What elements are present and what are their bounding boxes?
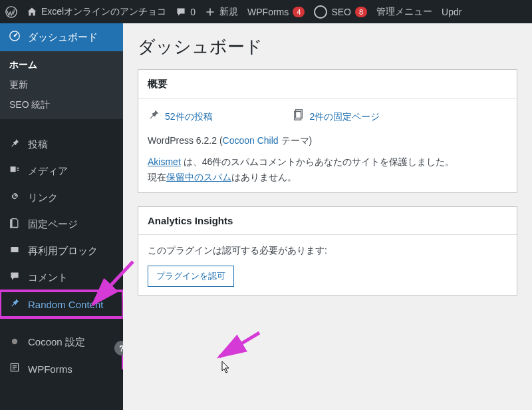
- version-line: WordPress 6.2.2 (Cocoon Child テーマ): [148, 133, 507, 148]
- analytics-box: Analytics Insights このプラグインは認可する必要があります: …: [138, 206, 517, 296]
- admin-sidebar: ダッシュボード ホーム 更新 SEO 統計 投稿 メディア リンク 固定ページ …: [0, 23, 123, 410]
- submenu-update[interactable]: 更新: [0, 75, 123, 95]
- media-icon: [8, 164, 21, 178]
- comments-label: コメント: [28, 272, 68, 284]
- circle-icon: [8, 337, 21, 349]
- pin-icon: [8, 138, 21, 151]
- pages-label: 固定ページ: [28, 218, 78, 231]
- sidebar-item-random-content[interactable]: Random Content: [0, 291, 123, 317]
- pages-icon: [293, 107, 305, 126]
- sidebar-item-comments[interactable]: コメント: [0, 264, 123, 291]
- seo-circle-icon: [314, 5, 327, 19]
- comments-count: 0: [190, 7, 196, 17]
- wordpress-icon: [5, 6, 17, 18]
- site-name-link[interactable]: Excelオンラインのアンチョコ: [27, 6, 166, 18]
- updr-label: Updr: [442, 7, 462, 17]
- svg-point-4: [12, 338, 17, 343]
- submenu-home[interactable]: ホーム: [0, 55, 123, 75]
- analytics-heading: Analytics Insights: [138, 207, 517, 235]
- authorize-plugin-button[interactable]: プラグインを認可: [148, 266, 234, 287]
- sidebar-item-cocoon[interactable]: Cocoon 設定: [0, 329, 123, 355]
- pin-icon: [8, 298, 21, 311]
- posts-stat-link[interactable]: 52件の投稿: [148, 107, 213, 126]
- theme-link[interactable]: Cocoon Child: [223, 135, 279, 146]
- links-label: リンク: [28, 192, 58, 204]
- admin-bar: Excelオンラインのアンチョコ 0 新規 WPForms 4 SEO 8 管理…: [0, 0, 532, 23]
- updr-link[interactable]: Updr: [442, 7, 462, 17]
- comments-icon: [8, 271, 21, 284]
- block-icon: [8, 244, 21, 258]
- posts-stat-text: 52件の投稿: [165, 109, 213, 124]
- sidebar-item-reusable[interactable]: 再利用ブロック: [0, 238, 123, 264]
- page-title: ダッシュボード: [138, 35, 517, 59]
- link-icon: [8, 191, 21, 204]
- admin-menu-link[interactable]: 管理メニュー: [376, 6, 432, 18]
- new-content-link[interactable]: 新規: [205, 6, 238, 18]
- seo-badge: 8: [355, 7, 367, 17]
- pending-spam-link[interactable]: 保留中のスパム: [166, 172, 231, 182]
- comments-link[interactable]: 0: [176, 7, 196, 17]
- seo-link[interactable]: SEO 8: [314, 5, 367, 19]
- svg-point-2: [14, 35, 16, 37]
- seo-label: SEO: [331, 7, 351, 17]
- form-icon: [8, 362, 21, 375]
- random-content-label: Random Content: [28, 299, 103, 310]
- posts-label: 投稿: [28, 138, 48, 151]
- main-content: ダッシュボード 概要 52件の投稿 2件の固定ページ WordP: [123, 23, 532, 410]
- overview-heading: 概要: [138, 70, 517, 99]
- pages-stat-text: 2件の固定ページ: [310, 109, 380, 124]
- dashboard-icon: [8, 30, 21, 45]
- pin-icon: [148, 107, 160, 126]
- pages-icon: [8, 218, 21, 231]
- akismet-link[interactable]: Akismet: [148, 156, 181, 167]
- wp-logo[interactable]: [5, 6, 17, 18]
- plus-icon: [205, 7, 215, 17]
- svg-rect-3: [11, 247, 18, 252]
- sidebar-item-wpforms[interactable]: WPForms: [0, 355, 123, 382]
- dashboard-label: ダッシュボード: [28, 31, 98, 44]
- dashboard-submenu: ホーム 更新 SEO 統計: [0, 51, 123, 119]
- wpforms-label: WPForms: [247, 7, 289, 17]
- reusable-label: 再利用ブロック: [28, 245, 98, 258]
- sidebar-item-posts[interactable]: 投稿: [0, 131, 123, 158]
- sidebar-item-dashboard[interactable]: ダッシュボード: [0, 23, 123, 51]
- akismet-line: Akismet は、46件のスパムコメントからあなたのサイトを保護しました。 現…: [148, 154, 507, 184]
- analytics-text: このプラグインは認可する必要があります:: [148, 243, 507, 258]
- sidebar-item-links[interactable]: リンク: [0, 184, 123, 211]
- pages-stat-link[interactable]: 2件の固定ページ: [293, 107, 380, 126]
- comment-icon: [176, 7, 186, 17]
- wpforms-badge: 4: [293, 7, 305, 17]
- site-title: Excelオンラインのアンチョコ: [41, 6, 166, 18]
- cocoon-label: Cocoon 設定: [28, 336, 85, 349]
- wpforms-link[interactable]: WPForms 4: [247, 7, 305, 17]
- sidebar-item-pages[interactable]: 固定ページ: [0, 211, 123, 238]
- sidebar-item-media[interactable]: メディア: [0, 158, 123, 184]
- wpforms-sidebar-label: WPForms: [28, 363, 72, 375]
- home-icon: [27, 7, 37, 17]
- new-label: 新規: [219, 6, 238, 18]
- admin-menu-label: 管理メニュー: [376, 6, 432, 18]
- submenu-seo-stats[interactable]: SEO 統計: [0, 95, 123, 115]
- media-label: メディア: [28, 165, 68, 178]
- overview-box: 概要 52件の投稿 2件の固定ページ WordPress 6.2.2 (Coco: [138, 69, 517, 193]
